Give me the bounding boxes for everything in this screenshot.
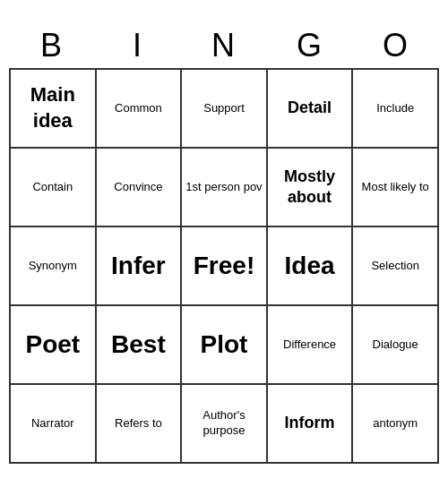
cell-r1-c1[interactable]: Main idea	[11, 70, 97, 149]
bingo-board: B I N G O Main ideaCommonSupportDetailIn…	[9, 23, 439, 464]
cell-r4-c1[interactable]: Poet	[11, 306, 97, 385]
cell-r2-c3[interactable]: 1st person pov	[182, 149, 268, 227]
cell-r3-c1[interactable]: Synonym	[11, 227, 97, 306]
cell-r5-c2[interactable]: Refers to	[97, 385, 183, 464]
cell-r4-c4[interactable]: Difference	[268, 306, 354, 385]
cell-r5-c1[interactable]: Narrator	[11, 385, 97, 464]
cell-r3-c4[interactable]: Idea	[268, 227, 354, 306]
cell-r5-c3[interactable]: Author's purpose	[182, 385, 268, 464]
cell-r4-c3[interactable]: Plot	[182, 306, 268, 385]
cell-r3-c5[interactable]: Selection	[353, 227, 439, 306]
cell-r2-c2[interactable]: Convince	[97, 149, 183, 227]
cell-r1-c5[interactable]: Include	[353, 70, 439, 149]
header-o: O	[353, 23, 439, 68]
cell-r1-c2[interactable]: Common	[97, 70, 183, 149]
cell-r5-c5[interactable]: antonym	[353, 385, 439, 464]
header-n: N	[181, 23, 267, 68]
cell-r4-c2[interactable]: Best	[97, 306, 183, 385]
cell-r2-c5[interactable]: Most likely to	[353, 149, 439, 227]
header-g: G	[267, 23, 353, 68]
cell-r3-c2[interactable]: Infer	[97, 227, 183, 306]
cell-r2-c1[interactable]: Contain	[11, 149, 97, 227]
cell-r5-c4[interactable]: Inform	[268, 385, 354, 464]
bingo-header: B I N G O	[9, 23, 439, 68]
bingo-grid: Main ideaCommonSupportDetailIncludeConta…	[9, 68, 439, 464]
cell-r2-c4[interactable]: Mostly about	[268, 149, 354, 227]
cell-r4-c5[interactable]: Dialogue	[353, 306, 439, 385]
header-i: I	[95, 23, 181, 68]
cell-r1-c3[interactable]: Support	[182, 70, 268, 149]
cell-r1-c4[interactable]: Detail	[268, 70, 354, 149]
cell-r3-c3[interactable]: Free!	[182, 227, 268, 306]
header-b: B	[9, 23, 95, 68]
